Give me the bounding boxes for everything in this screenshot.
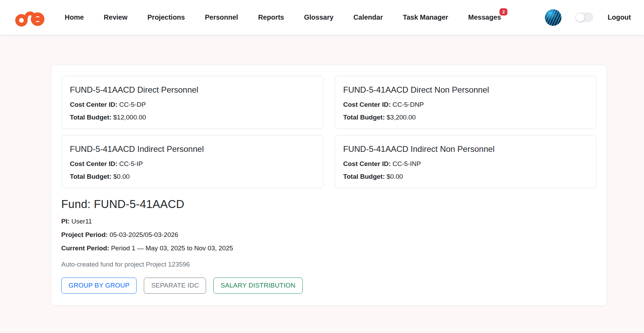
total-budget-line: Total Budget: $12,000.00 — [70, 114, 315, 121]
fund-actions: GROUP BY GROUP SEPARATE IDC SALARY DISTR… — [61, 278, 597, 294]
current-period-line: Current Period: Period 1 — May 03, 2025 … — [61, 244, 597, 252]
total-budget-line: Total Budget: $0.00 — [70, 173, 315, 180]
total-budget-value: $12,000.00 — [113, 114, 146, 121]
total-budget-label: Total Budget: — [343, 114, 385, 121]
cost-center-id-label: Cost Center ID: — [70, 160, 117, 167]
cost-center-card-indirect-personnel: FUND-5-41AACD Indirect Personnel Cost Ce… — [61, 135, 323, 188]
cost-center-title: FUND-5-41AACD Direct Personnel — [70, 85, 315, 95]
nav-item-calendar[interactable]: Calendar — [353, 13, 383, 21]
cost-center-title: FUND-5-41AACD Direct Non Personnel — [343, 85, 588, 95]
cost-center-id-label: Cost Center ID: — [343, 101, 391, 108]
messages-badge: 2 — [500, 8, 507, 15]
total-budget-line: Total Budget: $0.00 — [343, 173, 588, 180]
nav-item-reports[interactable]: Reports — [258, 13, 284, 21]
app-logo[interactable] — [14, 8, 47, 27]
cost-center-card-direct-non-personnel: FUND-5-41AACD Direct Non Personnel Cost … — [335, 76, 597, 129]
ae-logo-icon — [14, 8, 47, 27]
pi-label: PI: — [61, 218, 69, 225]
pi-line: PI: User11 — [61, 218, 597, 225]
cost-center-id-value: CC-5-INP — [393, 160, 421, 167]
separate-idc-button[interactable]: SEPARATE IDC — [144, 278, 206, 294]
toggle-knob — [576, 13, 584, 22]
cost-center-grid: FUND-5-41AACD Direct Personnel Cost Cent… — [61, 76, 597, 188]
total-budget-line: Total Budget: $3,200.00 — [343, 114, 588, 121]
project-period-value: 05-03-2025/05-03-2026 — [109, 231, 178, 238]
total-budget-label: Total Budget: — [70, 114, 111, 121]
cost-center-title: FUND-5-41AACD Indirect Non Personnel — [343, 144, 588, 154]
cost-center-id-line: Cost Center ID: CC-5-INP — [343, 160, 588, 168]
cost-center-id-line: Cost Center ID: CC-5-DP — [70, 101, 315, 108]
user-avatar[interactable] — [545, 9, 561, 26]
project-period-label: Project Period: — [61, 231, 108, 238]
cost-center-id-label: Cost Center ID: — [343, 160, 391, 167]
nav-item-messages[interactable]: Messages 2 — [468, 13, 501, 21]
cost-center-id-value: CC-5-DP — [119, 101, 146, 108]
fund-description: Auto-created fund for project Project 12… — [61, 261, 597, 268]
total-budget-value: $3,200.00 — [387, 114, 416, 121]
cost-center-id-line: Cost Center ID: CC-5-DNP — [343, 101, 588, 108]
header-right-cluster: Logout — [545, 9, 631, 26]
cost-center-id-value: CC-5-DNP — [393, 101, 424, 108]
project-period-line: Project Period: 05-03-2025/05-03-2026 — [61, 231, 597, 239]
cost-center-id-label: Cost Center ID: — [70, 101, 117, 108]
fund-panel: FUND-5-41AACD Direct Personnel Cost Cent… — [51, 65, 607, 306]
top-nav-bar: Home Review Projections Personnel Report… — [0, 0, 644, 35]
main-content: FUND-5-41AACD Direct Personnel Cost Cent… — [0, 35, 644, 306]
total-budget-value: $0.00 — [387, 173, 403, 180]
cost-center-title: FUND-5-41AACD Indirect Personnel — [70, 144, 315, 154]
group-by-group-button[interactable]: GROUP BY GROUP — [61, 278, 137, 294]
nav-item-messages-label: Messages — [468, 13, 501, 21]
total-budget-label: Total Budget: — [70, 173, 111, 180]
nav-links: Home Review Projections Personnel Report… — [65, 13, 501, 21]
cost-center-card-direct-personnel: FUND-5-41AACD Direct Personnel Cost Cent… — [61, 76, 323, 129]
theme-toggle[interactable] — [576, 13, 593, 22]
logout-button[interactable]: Logout — [608, 13, 631, 21]
cost-center-card-indirect-non-personnel: FUND-5-41AACD Indirect Non Personnel Cos… — [335, 135, 597, 188]
fund-title: Fund: FUND-5-41AACD — [61, 198, 597, 211]
total-budget-label: Total Budget: — [343, 173, 385, 180]
nav-item-personnel[interactable]: Personnel — [205, 13, 238, 21]
cost-center-id-line: Cost Center ID: CC-5-IP — [70, 160, 315, 168]
nav-item-projections[interactable]: Projections — [148, 13, 185, 21]
current-period-value: Period 1 — May 03, 2025 to Nov 03, 2025 — [111, 244, 233, 252]
cost-center-id-value: CC-5-IP — [119, 160, 143, 167]
nav-item-home[interactable]: Home — [65, 13, 84, 21]
nav-item-task-manager[interactable]: Task Manager — [403, 13, 448, 21]
nav-item-review[interactable]: Review — [104, 13, 128, 21]
salary-distribution-button[interactable]: SALARY DISTRIBUTION — [213, 278, 302, 294]
current-period-label: Current Period: — [61, 244, 109, 252]
pi-value: User11 — [72, 218, 92, 225]
total-budget-value: $0.00 — [113, 173, 130, 180]
nav-item-glossary[interactable]: Glossary — [304, 13, 334, 21]
